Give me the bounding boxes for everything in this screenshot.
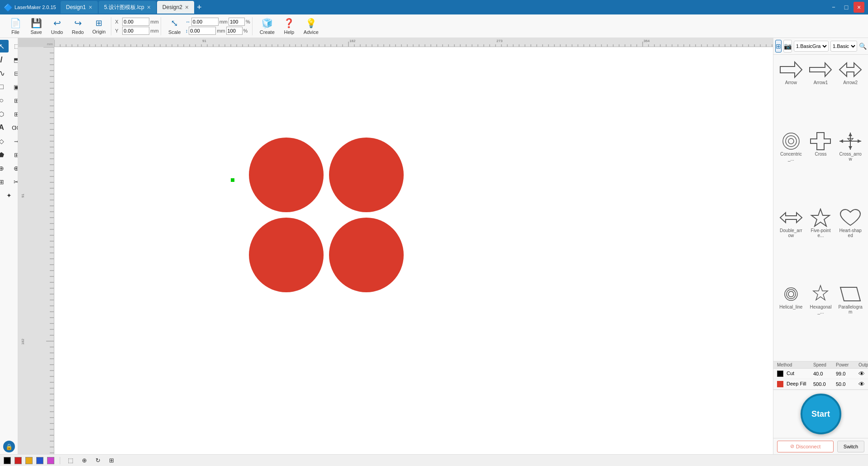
node-tool[interactable]: ⬚	[9, 40, 18, 52]
undo-icon: ↩	[53, 18, 61, 29]
circle-top-right[interactable]	[329, 138, 404, 212]
speed-header: Speed	[813, 362, 836, 367]
tab-close-design2[interactable]: ×	[185, 4, 189, 10]
arrow1-label: Arrow1	[814, 80, 828, 85]
rect-tool[interactable]: □	[0, 81, 9, 93]
deepfill-visibility[interactable]: 👁	[858, 380, 868, 388]
select-tool[interactable]: ↖	[0, 40, 9, 52]
color-black[interactable]	[4, 457, 11, 464]
shape-double-arrow[interactable]: Double_arrow	[777, 206, 805, 281]
bottom-rotate-tool[interactable]: ↻	[93, 456, 103, 466]
lock-tool[interactable]: 🔒	[3, 441, 15, 452]
line-tools: / ⬒	[0, 53, 18, 66]
minimize-button[interactable]: －	[828, 2, 839, 13]
close-button[interactable]: ×	[854, 2, 864, 13]
pct2-input[interactable]	[226, 27, 243, 35]
shape-cross[interactable]: Cross	[807, 130, 835, 204]
origin-button[interactable]: ⊞ Origin	[89, 16, 109, 36]
layer-row-cut[interactable]: Cut 40.0 99.0 👁	[773, 369, 868, 379]
advice-icon: 💡	[305, 18, 317, 29]
circle-bottom-right[interactable]	[329, 218, 404, 292]
redo-button[interactable]: ↪ Redo	[68, 16, 88, 37]
shape-parallelogram[interactable]: Parallelogram	[836, 283, 864, 357]
cut-visibility[interactable]: 👁	[858, 370, 868, 377]
stack2-tool[interactable]: ⊕	[9, 162, 18, 175]
layer-row-deepfill[interactable]: Deep Fill 500.0 50.0 👁	[773, 379, 868, 390]
rect2-tool[interactable]: ▣	[9, 81, 18, 93]
color-orange[interactable]	[25, 457, 33, 464]
ellipse-tool[interactable]: ○	[0, 94, 9, 107]
line-tool[interactable]: /	[0, 53, 9, 66]
circle-top-left[interactable]	[249, 138, 324, 212]
curve-tool[interactable]: ∿	[0, 67, 9, 80]
camera-button[interactable]: 📷	[783, 40, 792, 52]
canvas-area[interactable]: mm 91182273364 91182	[18, 38, 773, 454]
color-blue[interactable]	[36, 457, 43, 464]
align-tool[interactable]: ⊟	[9, 67, 18, 80]
polygon-tool[interactable]: ⬡	[0, 108, 9, 120]
circle-bottom-left[interactable]	[249, 218, 324, 292]
erase-tool[interactable]: ◇	[0, 135, 9, 147]
subcategory-dropdown[interactable]: 1.Basic	[830, 41, 857, 52]
create-button[interactable]: 🧊 Create	[256, 16, 278, 37]
color-purple[interactable]	[47, 457, 54, 464]
hex-star-icon	[809, 285, 832, 304]
save-button[interactable]: 💾 Save	[26, 16, 46, 37]
stack-tool[interactable]: ⊕	[0, 162, 9, 175]
advice-button[interactable]: 💡 Advice	[300, 16, 322, 37]
paint-tool[interactable]: ⬟	[0, 148, 9, 161]
tab-design2[interactable]: Design2 ×	[157, 1, 194, 14]
design-canvas[interactable]	[54, 47, 773, 454]
help-button[interactable]: ❓ Help	[279, 16, 299, 37]
w-input[interactable]	[191, 18, 219, 26]
maximize-button[interactable]: □	[841, 2, 852, 13]
grid-view-button[interactable]: ⊞	[775, 40, 782, 52]
shape-arrow2[interactable]: Arrow2	[836, 58, 864, 128]
file-button[interactable]: 📄 File	[5, 16, 25, 37]
bottom-grid-tool[interactable]: ⊞	[106, 456, 116, 466]
bottom-group-tool[interactable]: ⊕	[79, 456, 89, 466]
scale-button[interactable]: ⤡ Scale	[165, 16, 185, 37]
tab-close-template[interactable]: ×	[147, 4, 151, 10]
switch-button[interactable]: Switch	[837, 441, 864, 452]
shape-heart[interactable]: Heart-shaped	[836, 206, 864, 281]
shape-arrow1[interactable]: Arrow1	[807, 58, 835, 128]
tab-close-design1[interactable]: ×	[89, 4, 92, 10]
w-arrow-icon: ↔	[186, 19, 191, 24]
y-input[interactable]	[122, 27, 149, 35]
shape-cross-arrow[interactable]: Cross_arrow	[836, 130, 864, 204]
disconnect-button[interactable]: ⊘ Disconnect	[777, 441, 834, 452]
table-tool[interactable]: ⊞	[0, 176, 9, 188]
grid-tool[interactable]: ⊞	[9, 94, 18, 107]
shape-hex-star[interactable]: Hexagonal_...	[807, 283, 835, 357]
power-header: Power	[836, 362, 858, 367]
file-icon: 📄	[10, 18, 21, 29]
grid2-tool[interactable]: ⊞	[9, 108, 18, 120]
tab-design1[interactable]: Design1 ×	[61, 1, 98, 14]
x-input[interactable]	[122, 18, 149, 26]
shape-arrow[interactable]: Arrow	[777, 58, 805, 128]
shape-spiral[interactable]: Helical_line	[777, 283, 805, 357]
tab-template[interactable]: 5.设计图模板.lcp ×	[99, 1, 156, 14]
shape-star5[interactable]: Five-pointe...	[807, 206, 835, 281]
erase-tools: ◇ ⊸	[0, 135, 18, 147]
cross-arrow-icon	[839, 132, 862, 151]
measure-tool[interactable]: ⊸	[9, 135, 18, 147]
text-tool[interactable]: A	[0, 121, 9, 134]
text2-tool[interactable]: ⱭⱭ	[9, 121, 18, 134]
shape-concentric[interactable]: Concentric_...	[777, 130, 805, 204]
add-tab-button[interactable]: +	[197, 3, 202, 12]
search-button[interactable]: 🔍	[859, 41, 867, 52]
pct1-input[interactable]	[229, 18, 245, 26]
start-button[interactable]: Start	[801, 394, 841, 434]
category-dropdown[interactable]: 1.BasicGra	[794, 41, 829, 52]
star-tool[interactable]: ✦	[2, 189, 16, 202]
grid3-tool[interactable]: ⊞	[9, 148, 18, 161]
bottom-select-tool[interactable]: ⬚	[66, 456, 76, 466]
circle-row-top	[249, 138, 404, 212]
h-input[interactable]	[189, 27, 216, 35]
cut-tool[interactable]: ✂	[9, 176, 18, 188]
color-red[interactable]	[14, 457, 22, 464]
layer-copy-tool[interactable]: ⬒	[9, 53, 18, 66]
undo-button[interactable]: ↩ Undo	[47, 16, 67, 37]
